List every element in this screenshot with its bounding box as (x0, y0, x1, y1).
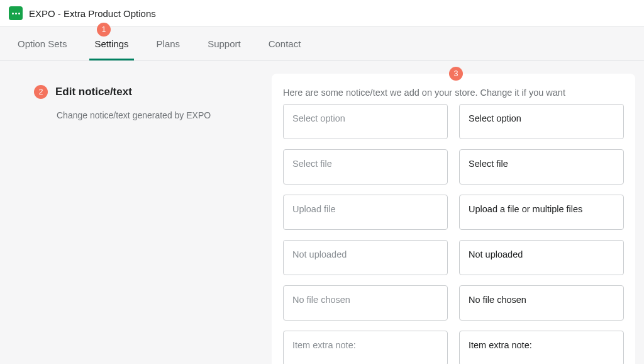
tab-plans[interactable]: Plans (152, 27, 186, 60)
notice-value-cell[interactable]: No file chosen (459, 285, 624, 321)
notice-placeholder-cell[interactable]: Not uploaded (283, 240, 448, 275)
app-logo-icon (9, 6, 23, 20)
notice-value-cell[interactable]: Upload a file or multiple files (459, 195, 624, 230)
app-header: EXPO - Extra Product Options (0, 0, 644, 27)
annotation-badge-1: 1 (97, 23, 111, 37)
annotation-badge-3: 3 (449, 67, 463, 81)
app-title: EXPO - Extra Product Options (29, 8, 156, 19)
notice-value-cell[interactable]: Select file (459, 149, 624, 185)
section-description: Change notice/text generated by EXPO (57, 110, 260, 120)
section-title: Edit notice/text (55, 86, 132, 98)
notice-value-cell[interactable]: Select option (459, 104, 624, 139)
right-panel-intro: Here are some notice/text we add on your… (283, 88, 624, 98)
notice-row: No file chosen No file chosen (283, 285, 624, 321)
tab-settings[interactable]: Settings (89, 27, 133, 60)
notice-placeholder-cell[interactable]: Upload file (283, 195, 448, 230)
notice-placeholder-cell[interactable]: Select file (283, 149, 448, 185)
notice-placeholder-cell[interactable]: Item extra note: (283, 331, 448, 364)
notice-placeholder-cell[interactable]: Select option (283, 104, 448, 139)
content-area: 2 Edit notice/text Change notice/text ge… (0, 61, 644, 364)
right-panel: 3 Here are some notice/text we add on yo… (272, 74, 635, 364)
notice-value-cell[interactable]: Not uploaded (459, 240, 624, 275)
tab-option-sets[interactable]: Option Sets (13, 27, 72, 60)
left-panel: 2 Edit notice/text Change notice/text ge… (34, 74, 260, 364)
notice-placeholder-cell[interactable]: No file chosen (283, 285, 448, 321)
notice-value-cell[interactable]: Item extra note: (459, 331, 624, 364)
section-title-row: 2 Edit notice/text (34, 85, 260, 99)
notice-row: Select option Select option (283, 104, 624, 139)
notice-row: Item extra note: Item extra note: (283, 331, 624, 364)
notice-row: Select file Select file (283, 149, 624, 185)
notice-row: Upload file Upload a file or multiple fi… (283, 195, 624, 230)
tab-contact[interactable]: Contact (264, 27, 306, 60)
tabs-nav: Option Sets Settings Plans Support Conta… (0, 27, 644, 61)
tab-support[interactable]: Support (203, 27, 246, 60)
notice-row: Not uploaded Not uploaded (283, 240, 624, 275)
annotation-badge-2: 2 (34, 85, 48, 99)
